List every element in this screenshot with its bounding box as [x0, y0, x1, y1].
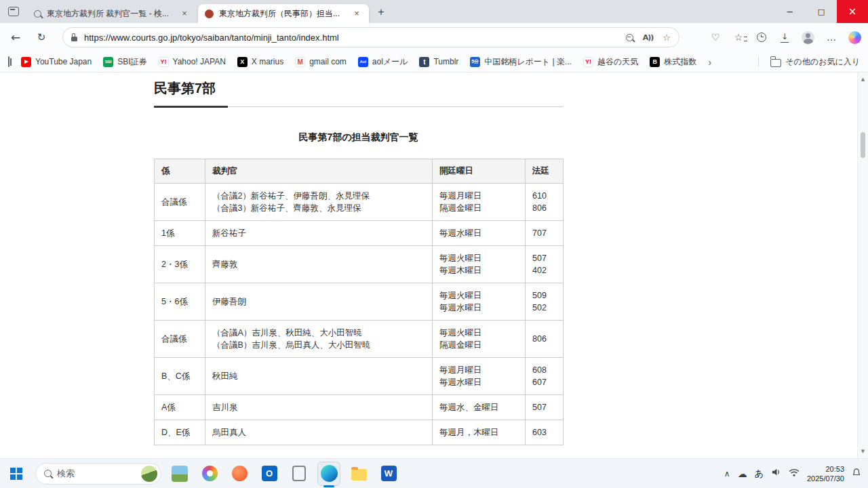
taskbar-clock[interactable]: 20:53 2025/07/30	[807, 464, 844, 483]
favorite-china-report[interactable]: 5分 中国銘柄レポート | 楽...	[470, 56, 572, 68]
network-wifi-icon[interactable]	[789, 468, 800, 480]
taskbar-word-button[interactable]: W	[377, 462, 400, 486]
sidebar-toggle-button[interactable]	[8, 57, 9, 66]
cell-courtroom: 509502	[526, 283, 564, 321]
other-favorites-button[interactable]: その他のお気に入り	[770, 56, 860, 68]
paint-icon	[232, 466, 248, 481]
taskbar-outlook-button[interactable]: O	[258, 462, 281, 486]
clock-date: 2025/07/30	[807, 474, 844, 483]
scrollbar-up-arrow[interactable]: ▲	[858, 74, 868, 85]
judges-table: 係 裁判官 開廷曜日 法廷 合議係 （合議2）新谷祐子、伊藤吾朗、永見理保（合議…	[154, 159, 564, 445]
close-button[interactable]: ×	[837, 0, 868, 23]
report-icon: 5分	[470, 57, 480, 67]
scrollbar-down-arrow[interactable]: ▼	[858, 446, 868, 457]
table-row: 2・3係 齊藤敦 毎週火曜日毎週木曜日 507402	[155, 246, 564, 283]
tab-search-results[interactable]: 東京地方裁判所 裁判官一覧 - 検... ×	[27, 4, 197, 23]
ime-indicator[interactable]: あ	[755, 468, 764, 480]
heading-rule: 民事第7部	[154, 77, 563, 107]
minimize-button[interactable]: −	[774, 0, 806, 23]
clock-time: 20:53	[825, 464, 844, 474]
favorite-aol-mail[interactable]: Aol aolメール	[358, 56, 408, 68]
download-arrow-icon: ↓	[781, 32, 789, 43]
favorites-bar: YouTube Japan SBI SBI証券 Y! Yahoo! JAPAN …	[0, 52, 868, 73]
taskbar-search-box[interactable]: 検索	[35, 463, 161, 485]
profile-avatar[interactable]	[802, 31, 814, 44]
refresh-button[interactable]: ↻	[31, 28, 52, 47]
favorite-yahoo-japan[interactable]: Y! Yahoo! JAPAN	[159, 57, 226, 67]
table-header-row: 係 裁判官 開廷曜日 法廷	[155, 159, 564, 184]
volume-icon[interactable]	[771, 467, 781, 480]
favorite-stock-index[interactable]: B 株式指数	[650, 56, 696, 68]
tab-title: 東京地方裁判所（民事部）担当...	[219, 8, 346, 20]
taskbar-edge-button[interactable]	[317, 462, 340, 486]
favorites-hub-icon[interactable]: ☆	[732, 32, 745, 43]
taskbar-photos-button[interactable]	[198, 462, 221, 486]
settings-menu-icon[interactable]: …	[825, 32, 837, 43]
zoom-icon[interactable]	[626, 34, 633, 41]
start-button[interactable]	[4, 462, 28, 486]
tab-close-icon[interactable]: ×	[179, 8, 190, 19]
scrollbar-thumb[interactable]	[861, 132, 865, 158]
favorite-koshigaya-weather[interactable]: Y! 越谷の天気	[583, 56, 638, 68]
youtube-icon	[21, 57, 31, 67]
col-header-days: 開廷曜日	[433, 159, 526, 184]
copilot-icon[interactable]	[848, 31, 861, 44]
cell-section: B、C係	[155, 358, 205, 395]
lock-icon[interactable]	[71, 37, 77, 41]
favorite-star-icon[interactable]: ☆	[663, 33, 671, 43]
tab-courts-page[interactable]: 東京地方裁判所（民事部）担当... ×	[198, 4, 369, 23]
favorite-label: SBI証券	[117, 56, 146, 68]
cell-days: 毎週火曜日毎週木曜日	[433, 246, 526, 283]
new-tab-button[interactable]: +	[374, 5, 388, 19]
file-explorer-icon	[351, 469, 367, 481]
favorites-overflow-chevron-icon[interactable]: ›	[708, 56, 711, 68]
address-bar[interactable]: https://www.courts.go.jp/tokyo/saiban/ta…	[62, 27, 679, 47]
favorite-sbi[interactable]: SBI SBI証券	[103, 56, 146, 68]
cell-days: 毎週火曜日隔週金曜日	[433, 321, 526, 358]
bloomberg-icon: B	[650, 57, 660, 67]
favorite-label: aolメール	[372, 56, 408, 68]
taskbar-file-explorer-button[interactable]	[347, 462, 370, 486]
maximize-button[interactable]: □	[806, 0, 837, 23]
search-favicon-icon	[34, 10, 41, 18]
favorite-x[interactable]: X X marius	[237, 57, 283, 67]
running-indicator	[323, 485, 334, 487]
cell-judges: 齊藤敦	[205, 246, 433, 283]
taskbar-widgets-button[interactable]	[168, 462, 191, 486]
table-row: 合議係 （合議A）吉川泉、秋田純、大小田智暁（合議B）吉川泉、烏田真人、大小田智…	[155, 321, 564, 358]
read-aloud-icon[interactable]: A))	[643, 33, 654, 42]
history-icon[interactable]	[755, 33, 768, 42]
tab-close-icon[interactable]: ×	[351, 8, 362, 19]
browser-essentials-icon[interactable]: ♡	[709, 32, 722, 43]
col-header-section: 係	[155, 159, 205, 184]
cell-courtroom: 806	[526, 321, 564, 358]
cell-judges: （合議2）新谷祐子、伊藤吾朗、永見理保（合議3）新谷祐子、齊藤敦、永見理保	[205, 184, 433, 221]
url-text[interactable]: https://www.courts.go.jp/tokyo/saiban/ta…	[84, 33, 619, 43]
taskbar-phone-link-button[interactable]	[288, 462, 311, 486]
downloads-icon[interactable]: ↓	[778, 32, 791, 43]
notification-bell-icon[interactable]	[852, 468, 861, 480]
tray-overflow-chevron-icon[interactable]: ∧	[724, 469, 730, 479]
table-row: 合議係 （合議2）新谷祐子、伊藤吾朗、永見理保（合議3）新谷祐子、齊藤敦、永見理…	[155, 184, 564, 221]
aol-icon: Aol	[358, 57, 368, 67]
cell-days: 毎週月曜日隔週金曜日	[433, 184, 526, 221]
widgets-icon	[172, 466, 188, 482]
favorite-youtube[interactable]: YouTube Japan	[21, 57, 92, 67]
search-highlight-image[interactable]	[141, 466, 157, 482]
x-icon: X	[237, 57, 248, 67]
tab-actions-button[interactable]	[7, 6, 20, 17]
cell-section: A係	[155, 395, 205, 420]
onedrive-cloud-icon[interactable]: ☁	[738, 468, 747, 479]
vertical-scrollbar[interactable]: ▲ ▼	[857, 73, 868, 458]
favorite-gmail[interactable]: M gmail com	[295, 57, 347, 67]
cell-judges: 吉川泉	[205, 395, 433, 420]
taskbar-paint-button[interactable]	[228, 462, 251, 486]
back-button[interactable]: ←	[5, 28, 26, 47]
cell-judges: 烏田真人	[205, 420, 433, 445]
folder-icon	[770, 59, 781, 67]
favorite-tumblr[interactable]: t Tumblr	[419, 57, 458, 67]
tab-bar: 東京地方裁判所 裁判官一覧 - 検... × 東京地方裁判所（民事部）担当...…	[0, 0, 868, 23]
tab-title: 東京地方裁判所 裁判官一覧 - 検...	[47, 8, 174, 20]
outlook-icon: O	[262, 466, 277, 481]
table-row: A係 吉川泉 毎週水、金曜日 507	[155, 395, 564, 420]
